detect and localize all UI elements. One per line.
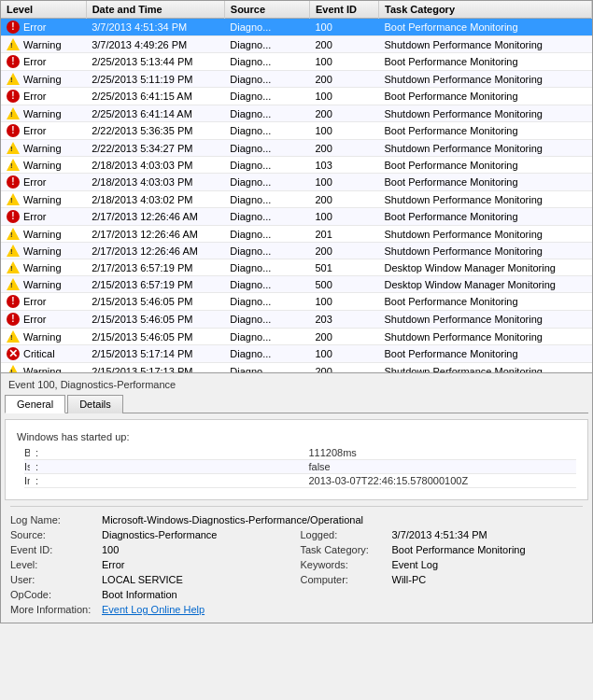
field-value-2: 2013-03-07T22:46:15.578000100Z xyxy=(304,474,577,488)
cell-category: Boot Performance Monitoring xyxy=(379,88,592,105)
cell-category: Shutdown Performance Monitoring xyxy=(379,71,592,88)
cell-source: Diagno... xyxy=(224,140,309,157)
cell-eventid: 200 xyxy=(309,363,378,374)
cell-category: Boot Performance Monitoring xyxy=(379,122,592,140)
table-row[interactable]: !Error2/18/2013 4:03:03 PMDiagno...100Bo… xyxy=(1,174,592,191)
error-icon: ! xyxy=(7,21,20,34)
table-row[interactable]: !Error3/7/2013 4:51:34 PMDiagno...100Boo… xyxy=(1,19,592,36)
value-user: LOCAL SERVICE xyxy=(102,574,293,585)
cell-level: !Warning xyxy=(1,36,86,53)
warning-icon: ! xyxy=(7,107,20,119)
cell-category: Shutdown Performance Monitoring xyxy=(379,363,592,374)
warning-icon: ! xyxy=(7,278,20,290)
event-log-table[interactable]: Level Date and Time Source Event ID Task… xyxy=(0,0,593,373)
level-text: Warning xyxy=(23,74,62,85)
warning-icon: ! xyxy=(7,159,20,171)
cell-eventid: 100 xyxy=(309,53,378,71)
table-row[interactable]: !Error2/15/2013 5:46:05 PMDiagno...203Sh… xyxy=(1,311,592,329)
detail-title: Event 100, Diagnostics-Performance xyxy=(5,377,588,394)
table-row[interactable]: !Warning2/17/2013 12:26:46 AMDiagno...20… xyxy=(1,243,592,259)
col-header-eventid: Event ID xyxy=(309,1,378,19)
cell-datetime: 2/22/2013 5:34:27 PM xyxy=(86,140,224,157)
warning-icon: ! xyxy=(7,38,20,50)
cell-datetime: 2/18/2013 4:03:03 PM xyxy=(86,174,224,191)
cell-eventid: 100 xyxy=(309,174,378,191)
table-row[interactable]: !Error2/15/2013 5:46:05 PMDiagno...100Bo… xyxy=(1,293,592,311)
field-sep-1: : xyxy=(30,460,304,474)
cell-datetime: 2/18/2013 4:03:02 PM xyxy=(86,191,224,208)
cell-source: Diagno... xyxy=(224,191,309,208)
label-user: User: xyxy=(10,574,94,585)
cell-eventid: 100 xyxy=(309,19,378,36)
cell-category: Boot Performance Monitoring xyxy=(379,157,592,174)
table-row[interactable]: !Error2/25/2013 5:13:44 PMDiagno...100Bo… xyxy=(1,53,592,71)
tab-general-content: Windows has started up: Boot Duration : … xyxy=(5,419,588,500)
cell-category: Shutdown Performance Monitoring xyxy=(379,329,592,345)
cell-level: !Warning xyxy=(1,329,86,345)
warning-icon: ! xyxy=(7,330,20,343)
cell-eventid: 200 xyxy=(309,140,378,157)
value-event-id: 100 xyxy=(102,544,293,555)
cell-category: Boot Performance Monitoring xyxy=(379,19,592,36)
table-header: Level Date and Time Source Event ID Task… xyxy=(1,1,592,19)
level-text: Warning xyxy=(23,262,62,273)
label-more-info: More Information: xyxy=(10,604,94,615)
table-row[interactable]: !Warning2/15/2013 5:17:13 PMDiagno...200… xyxy=(1,363,592,374)
level-text: Warning xyxy=(23,366,62,374)
warning-icon: ! xyxy=(7,142,20,154)
cell-eventid: 201 xyxy=(309,226,378,243)
col-header-datetime: Date and Time xyxy=(86,1,224,19)
label-task-category: Task Category: xyxy=(301,544,385,555)
cell-source: Diagno... xyxy=(224,345,309,363)
cell-eventid: 100 xyxy=(309,208,378,226)
cell-eventid: 200 xyxy=(309,36,378,53)
table-row[interactable]: !Error2/17/2013 12:26:46 AMDiagno...100B… xyxy=(1,208,592,226)
tab-details[interactable]: Details xyxy=(67,395,123,413)
cell-level: !Warning xyxy=(1,157,86,174)
cell-category: Desktop Window Manager Monitoring xyxy=(379,276,592,293)
cell-source: Diagno... xyxy=(224,243,309,259)
table-row[interactable]: !Warning2/25/2013 5:11:19 PMDiagno...200… xyxy=(1,71,592,88)
table-row[interactable]: !Warning2/18/2013 4:03:03 PMDiagno...103… xyxy=(1,157,592,174)
table-row[interactable]: !Warning2/17/2013 6:57:19 PMDiagno...501… xyxy=(1,259,592,276)
cell-eventid: 100 xyxy=(309,345,378,363)
cell-datetime: 2/15/2013 5:17:13 PM xyxy=(86,363,224,374)
error-icon: ! xyxy=(7,90,20,103)
cell-category: Shutdown Performance Monitoring xyxy=(379,311,592,329)
level-text: Critical xyxy=(23,348,55,359)
table-row[interactable]: !Error2/25/2013 6:41:15 AMDiagno...100Bo… xyxy=(1,88,592,105)
level-text: Error xyxy=(23,56,46,67)
cell-source: Diagno... xyxy=(224,19,309,36)
cell-level: !Warning xyxy=(1,243,86,259)
label-computer: Computer: xyxy=(301,574,385,585)
link-more-info[interactable]: Event Log Online Help xyxy=(102,604,583,615)
table-row[interactable]: ✕Critical2/15/2013 5:17:14 PMDiagno...10… xyxy=(1,345,592,363)
tab-general[interactable]: General xyxy=(5,395,65,413)
field-value-1: false xyxy=(304,460,577,474)
label-logged: Logged: xyxy=(301,529,385,540)
cell-eventid: 500 xyxy=(309,276,378,293)
field-label-0: Boot Duration xyxy=(24,446,30,460)
value-level: Error xyxy=(102,559,293,570)
table-row[interactable]: !Warning2/25/2013 6:41:14 AMDiagno...200… xyxy=(1,105,592,122)
table-row[interactable]: !Warning2/18/2013 4:03:02 PMDiagno...200… xyxy=(1,191,592,208)
level-text: Error xyxy=(23,211,46,222)
table-row[interactable]: !Warning2/22/2013 5:34:27 PMDiagno...200… xyxy=(1,140,592,157)
cell-level: !Error xyxy=(1,293,86,311)
cell-eventid: 100 xyxy=(309,88,378,105)
table-row[interactable]: !Warning3/7/2013 4:49:26 PMDiagno...200S… xyxy=(1,36,592,53)
cell-source: Diagno... xyxy=(224,174,309,191)
cell-source: Diagno... xyxy=(224,88,309,105)
cell-datetime: 2/15/2013 5:17:14 PM xyxy=(86,345,224,363)
cell-category: Boot Performance Monitoring xyxy=(379,208,592,226)
cell-level: !Warning xyxy=(1,191,86,208)
col-header-source: Source xyxy=(224,1,309,19)
error-icon: ! xyxy=(7,175,20,189)
table-row[interactable]: !Warning2/17/2013 12:26:46 AMDiagno...20… xyxy=(1,226,592,243)
cell-eventid: 200 xyxy=(309,243,378,259)
table-row[interactable]: !Warning2/15/2013 5:46:05 PMDiagno...200… xyxy=(1,329,592,345)
table-row[interactable]: !Error2/22/2013 5:36:35 PMDiagno...100Bo… xyxy=(1,122,592,140)
cell-datetime: 2/15/2013 5:46:05 PM xyxy=(86,293,224,311)
cell-level: !Warning xyxy=(1,140,86,157)
table-row[interactable]: !Warning2/15/2013 6:57:19 PMDiagno...500… xyxy=(1,276,592,293)
